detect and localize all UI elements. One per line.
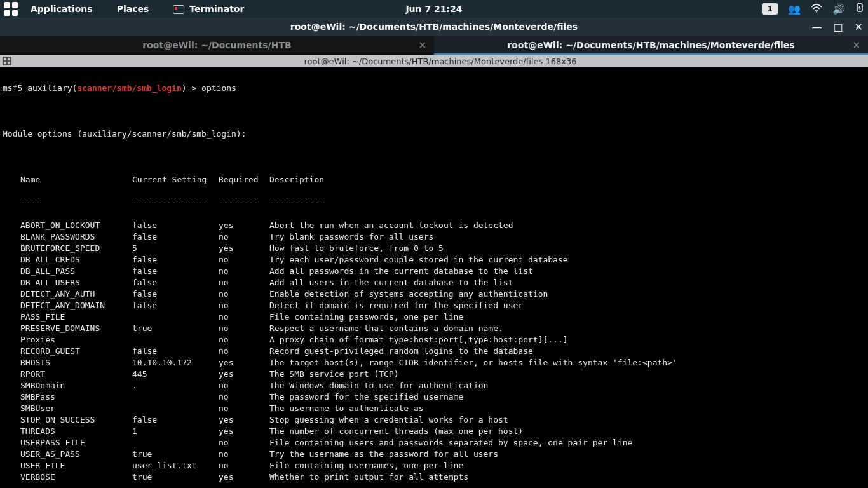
opt-description: The password for the specified username xyxy=(269,391,463,403)
opt-description: Enable detection of systems accepting an… xyxy=(269,288,548,300)
table-row: USERPASS_FILEnoFile containing users and… xyxy=(3,437,865,449)
opt-current: false xyxy=(132,266,219,277)
opt-required: yes xyxy=(219,369,269,380)
opt-required: yes xyxy=(219,220,269,231)
svg-point-0 xyxy=(816,11,817,12)
menu-applications[interactable]: Applications xyxy=(31,4,93,14)
table-row: RECORD_GUESTfalsenoRecord guest-privileg… xyxy=(3,346,865,357)
maximize-button[interactable]: □ xyxy=(833,21,843,33)
table-row: PASS_FILEnoFile containing passwords, on… xyxy=(3,311,865,323)
opt-description: Abort the run when an account lockout is… xyxy=(269,220,513,231)
table-row: DETECT_ANY_AUTHfalsenoEnable detection o… xyxy=(3,288,865,300)
opt-required: no xyxy=(219,323,269,334)
opt-current xyxy=(132,403,219,414)
activities-icon[interactable] xyxy=(4,2,18,16)
opt-description: Add all users in the current database to… xyxy=(269,277,513,288)
opt-name: USERPASS_FILE xyxy=(20,437,132,449)
table-row: DB_ALL_CREDSfalsenoTry each user/passwor… xyxy=(3,254,865,266)
opt-current: . xyxy=(132,380,219,391)
opt-current: true xyxy=(132,449,219,460)
opt-description: Add all passwords in the current databas… xyxy=(269,266,533,277)
opt-description: Record guest-privileged random logins to… xyxy=(269,346,533,357)
terminal-pane[interactable]: msf5 auxiliary(scanner/smb/smb_login) > … xyxy=(0,67,868,488)
volume-icon[interactable]: 🔊 xyxy=(832,3,845,15)
opt-current: 1 xyxy=(132,426,219,437)
opt-current: false xyxy=(132,231,219,243)
opt-required: no xyxy=(219,254,269,266)
table-row: SMBUsernoThe username to authenticate as xyxy=(3,403,865,414)
opt-required: no xyxy=(219,460,269,471)
opt-description: The target host(s), range CIDR identifie… xyxy=(269,357,677,369)
module-path: scanner/smb/smb_login xyxy=(77,83,181,93)
opt-description: Stop guessing when a credential works fo… xyxy=(269,414,508,426)
system-tray: 1 👥 🔊 xyxy=(762,3,864,15)
tab-1-close-icon[interactable]: × xyxy=(418,39,426,51)
opt-required: yes xyxy=(219,426,269,437)
opt-name: BRUTEFORCE_SPEED xyxy=(20,243,132,254)
opt-required: no xyxy=(219,288,269,300)
opt-description: A proxy chain of format type:host:port[,… xyxy=(269,334,568,346)
clock[interactable]: Jun 7 21:24 xyxy=(405,4,462,14)
opt-name: USER_FILE xyxy=(20,460,132,471)
wifi-icon[interactable] xyxy=(811,3,822,15)
opt-description: Respect a username that contains a domai… xyxy=(269,323,503,334)
opt-name: ABORT_ON_LOCKOUT xyxy=(20,220,132,231)
opt-description: How fast to bruteforce, from 0 to 5 xyxy=(269,243,444,254)
opt-name: DETECT_ANY_DOMAIN xyxy=(20,300,132,311)
opt-required: no xyxy=(219,311,269,323)
opt-current: false xyxy=(132,254,219,266)
window-titlebar[interactable]: root@eWil: ~/Documents/HTB/machines/Mont… xyxy=(0,18,868,36)
users-icon[interactable]: 👥 xyxy=(788,3,801,15)
tab-2[interactable]: root@eWil: ~/Documents/HTB/machines/Mont… xyxy=(434,36,868,54)
table-divider: -------------------------------------- xyxy=(3,197,865,208)
workspace-indicator[interactable]: 1 xyxy=(762,3,778,15)
opt-name: THREADS xyxy=(20,426,132,437)
split-layout-icon[interactable] xyxy=(3,57,11,65)
tab-1[interactable]: root@eWil: ~/Documents/HTB × xyxy=(0,36,434,54)
opt-required: no xyxy=(219,300,269,311)
opt-description: Whether to print output for all attempts xyxy=(269,471,468,483)
opt-current xyxy=(132,391,219,403)
minimize-button[interactable]: — xyxy=(811,21,822,33)
opt-required: yes xyxy=(219,471,269,483)
opt-required: yes xyxy=(219,414,269,426)
opt-name: SMBPass xyxy=(20,391,132,403)
opt-description: The number of concurrent threads (max on… xyxy=(269,426,523,437)
opt-name: SMBDomain xyxy=(20,380,132,391)
opt-current: 5 xyxy=(132,243,219,254)
tab-2-close-icon[interactable]: × xyxy=(852,39,860,51)
menu-places[interactable]: Places xyxy=(117,4,149,14)
opt-required: yes xyxy=(219,243,269,254)
opt-description: The username to authenticate as xyxy=(269,403,424,414)
opt-required: yes xyxy=(219,357,269,369)
window-title: root@eWil: ~/Documents/HTB/machines/Mont… xyxy=(290,22,578,32)
opt-description: Try blank passwords for all users xyxy=(269,231,433,243)
power-icon[interactable] xyxy=(855,3,864,15)
opt-name: BLANK_PASSWORDS xyxy=(20,231,132,243)
opt-name: DETECT_ANY_AUTH xyxy=(20,288,132,300)
table-row: DB_ALL_PASSfalsenoAdd all passwords in t… xyxy=(3,266,865,277)
terminator-infobar: root@eWil: ~/Documents/HTB/machines/Mont… xyxy=(0,55,868,67)
opt-required: no xyxy=(219,266,269,277)
opt-current: user_list.txt xyxy=(132,460,219,471)
infobar-path: root@eWil: ~/Documents/HTB/machines/Mont… xyxy=(15,57,865,66)
opt-required: no xyxy=(219,334,269,346)
opt-current: false xyxy=(132,288,219,300)
close-button[interactable]: ✕ xyxy=(855,21,863,33)
menu-app-running[interactable]: Terminator xyxy=(173,4,244,14)
opt-description: Try each user/password couple stored in … xyxy=(269,254,568,266)
opt-name: RPORT xyxy=(20,369,132,380)
tab-1-label: root@eWil: ~/Documents/HTB xyxy=(142,40,291,50)
opt-description: File containing passwords, one per line xyxy=(269,311,463,323)
table-row: BRUTEFORCE_SPEED5yesHow fast to brutefor… xyxy=(3,243,865,254)
opt-current: false xyxy=(132,277,219,288)
table-row: PRESERVE_DOMAINStruenoRespect a username… xyxy=(3,323,865,334)
opt-name: DB_ALL_PASS xyxy=(20,266,132,277)
table-row: STOP_ON_SUCCESSfalseyesStop guessing whe… xyxy=(3,414,865,426)
opt-required: no xyxy=(219,391,269,403)
opt-name: DB_ALL_USERS xyxy=(20,277,132,288)
table-row: DETECT_ANY_DOMAINfalsenoDetect if domain… xyxy=(3,300,865,311)
table-row: SMBPassnoThe password for the specified … xyxy=(3,391,865,403)
svg-rect-2 xyxy=(859,3,861,4)
prompt-line-1: msf5 auxiliary(scanner/smb/smb_login) > … xyxy=(3,83,865,94)
